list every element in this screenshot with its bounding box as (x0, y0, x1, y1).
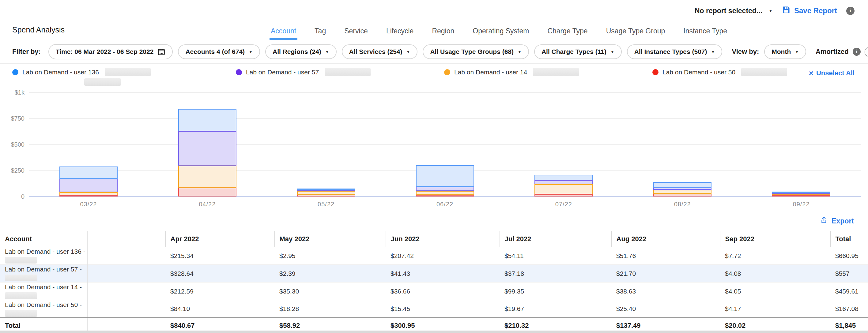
series-color-dot (444, 69, 450, 75)
tab-instance-type[interactable]: Instance Type (682, 27, 728, 40)
legend-item-lab-on-demand-user-136[interactable]: Lab on Demand - user 136 (12, 68, 236, 86)
stacked-bar-06-22[interactable] (416, 165, 474, 197)
redacted-text (533, 68, 579, 76)
bar-segment-lab-on-demand-user-136[interactable] (653, 182, 712, 188)
bar-segment-lab-on-demand-user-14[interactable] (59, 192, 118, 195)
save-report-button[interactable]: Save Report (782, 5, 837, 16)
bar-segment-lab-on-demand-user-50[interactable] (416, 195, 474, 197)
bar-segment-lab-on-demand-user-14[interactable] (653, 190, 712, 194)
series-color-dot (12, 69, 19, 75)
value-cell: $2.39 (274, 265, 385, 282)
table-row: Lab on Demand - user 50 -$84.10$18.28$15… (0, 300, 868, 318)
stacked-bar-09-22[interactable] (772, 192, 830, 197)
value-cell: $21.70 (611, 265, 720, 282)
bar-slot-09-22 (742, 93, 861, 197)
filter-pill-all-charge-types[interactable]: All Charge Types (11)▼ (534, 44, 622, 59)
value-cell: $38.63 (611, 282, 720, 300)
info-icon[interactable]: i (846, 7, 855, 15)
stacked-bar-03-22[interactable] (59, 166, 118, 197)
filter-pill-all-regions[interactable]: All Regions (24)▼ (265, 44, 337, 59)
export-button[interactable]: Export (820, 216, 854, 226)
stacked-bar-08-22[interactable] (653, 182, 712, 197)
bar-segment-lab-on-demand-user-57[interactable] (534, 180, 593, 184)
tab-operating-system[interactable]: Operating System (471, 27, 530, 40)
tab-usage-type-group[interactable]: Usage Type Group (605, 27, 666, 40)
chevron-down-icon: ▼ (518, 50, 522, 54)
spacer-cell (87, 300, 165, 318)
bar-segment-lab-on-demand-user-57[interactable] (59, 179, 118, 192)
report-selector-dropdown[interactable]: No report selected... ▼ (695, 7, 773, 15)
amortized-control: Amortized i (816, 47, 868, 57)
tab-service[interactable]: Service (343, 27, 369, 40)
bar-segment-lab-on-demand-user-14[interactable] (178, 166, 237, 188)
bar-segment-lab-on-demand-user-50[interactable] (772, 195, 830, 197)
page-bottom-edge (0, 331, 868, 333)
chart-plot-area (29, 93, 861, 197)
legend-item-lab-on-demand-user-14[interactable]: Lab on Demand - user 14 (444, 68, 652, 86)
view-by-dropdown[interactable]: Month ▼ (764, 44, 806, 59)
bar-segment-lab-on-demand-user-14[interactable] (534, 184, 593, 195)
bar-segment-lab-on-demand-user-50[interactable] (534, 194, 593, 197)
redacted-text (105, 68, 151, 76)
series-color-dot (236, 69, 242, 75)
tab-tag[interactable]: Tag (313, 27, 327, 40)
redacted-text (5, 310, 37, 317)
filter-pill-all-services[interactable]: All Services (254)▼ (342, 44, 418, 59)
filter-pill-accounts-4[interactable]: Accounts 4 (of 674)▼ (178, 44, 260, 59)
spacer-cell (87, 282, 165, 300)
x-tick-label: 04/22 (148, 201, 267, 208)
filter-pill-time-06-mar-2022-06-sep-2022[interactable]: Time: 06 Mar 2022 - 06 Sep 2022 (49, 44, 173, 59)
column-header-apr-2022: Apr 2022 (165, 231, 274, 247)
filter-pill-all-instance-types[interactable]: All Instance Types (507)▼ (627, 44, 722, 59)
stacked-bar-04-22[interactable] (178, 109, 237, 197)
filter-pill-all-usage-type-groups[interactable]: All Usage Type Groups (68)▼ (423, 44, 529, 59)
value-cell: $328.64 (165, 265, 274, 282)
filter-pill-label: All Usage Type Groups (68) (430, 48, 514, 56)
export-label: Export (832, 217, 854, 225)
bar-segment-lab-on-demand-user-57[interactable] (178, 131, 237, 166)
bar-segment-lab-on-demand-user-136[interactable] (178, 109, 237, 131)
value-cell: $18.28 (274, 300, 385, 318)
legend-item-lab-on-demand-user-50[interactable]: Lab on Demand - user 50 (652, 68, 787, 86)
filter-pill-label: All Instance Types (507) (634, 48, 707, 56)
page-title: Spend Analysis (12, 25, 65, 34)
stacked-bar-07-22[interactable] (534, 175, 593, 197)
bar-segment-lab-on-demand-user-14[interactable] (297, 191, 355, 195)
legend-bar: Lab on Demand - user 136Lab on Demand - … (0, 64, 868, 86)
tabs: AccountTagServiceLifecycleRegionOperatin… (270, 27, 728, 40)
redacted-text (5, 274, 37, 281)
y-tick-label: $750 (11, 115, 25, 122)
report-selector-label: No report selected... (695, 7, 762, 15)
bar-segment-lab-on-demand-user-14[interactable] (416, 191, 474, 195)
legend-item-lab-on-demand-user-57[interactable]: Lab on Demand - user 57 (236, 68, 444, 86)
amortized-toggle[interactable] (865, 47, 868, 57)
spacer-cell (87, 231, 165, 247)
bar-segment-lab-on-demand-user-57[interactable] (416, 187, 474, 191)
bar-segment-lab-on-demand-user-136[interactable] (534, 175, 593, 180)
legend-items: Lab on Demand - user 136Lab on Demand - … (12, 68, 855, 86)
tab-lifecycle[interactable]: Lifecycle (385, 27, 415, 40)
bar-segment-lab-on-demand-user-57[interactable] (653, 188, 712, 190)
tab-charge-type[interactable]: Charge Type (546, 27, 589, 40)
filter-pill-label: Accounts 4 (of 674) (185, 48, 245, 56)
series-color-dot (652, 69, 658, 75)
x-axis-labels: 03/2204/2205/2206/2207/2208/2209/22 (29, 201, 861, 208)
tab-region[interactable]: Region (431, 27, 456, 40)
bar-slot-08-22 (623, 93, 742, 197)
legend-label: Lab on Demand - user 50 (662, 69, 735, 76)
filter-pills: Time: 06 Mar 2022 - 06 Sep 2022Accounts … (49, 44, 722, 59)
tab-account[interactable]: Account (270, 27, 298, 40)
bar-segment-lab-on-demand-user-50[interactable] (297, 195, 355, 197)
y-tick-label: $250 (11, 167, 25, 174)
chevron-down-icon: ▼ (769, 8, 773, 13)
bar-segment-lab-on-demand-user-50[interactable] (178, 188, 237, 197)
bar-segment-lab-on-demand-user-50[interactable] (653, 194, 712, 197)
unselect-all-button[interactable]: × Unselect All (809, 69, 855, 77)
redacted-text (84, 78, 121, 86)
x-tick-label: 08/22 (623, 201, 742, 208)
stacked-bar-05-22[interactable] (297, 189, 355, 197)
info-icon[interactable]: i (853, 48, 861, 56)
bar-segment-lab-on-demand-user-136[interactable] (59, 166, 118, 179)
bar-segment-lab-on-demand-user-136[interactable] (416, 165, 474, 187)
bar-segment-lab-on-demand-user-50[interactable] (59, 195, 118, 197)
